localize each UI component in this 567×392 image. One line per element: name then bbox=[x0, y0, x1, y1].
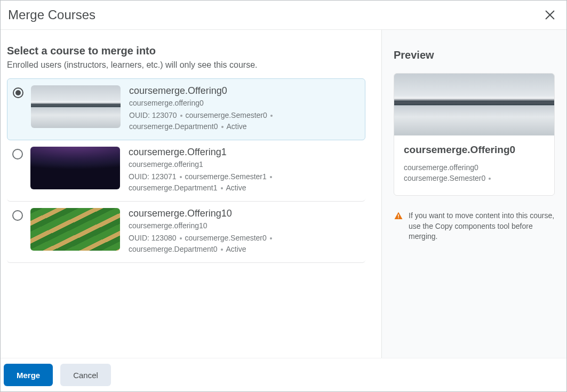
close-icon bbox=[544, 9, 556, 21]
dot-icon bbox=[221, 249, 223, 251]
course-thumbnail bbox=[30, 208, 120, 251]
course-code: coursemerge.offering1 bbox=[129, 160, 360, 169]
course-info: coursemerge.Offering0coursemerge.offerin… bbox=[129, 85, 360, 132]
course-info: coursemerge.Offering1coursemerge.offerin… bbox=[129, 147, 360, 194]
course-title: coursemerge.Offering0 bbox=[129, 85, 360, 97]
dialog-title: Merge Courses bbox=[8, 7, 95, 22]
preview-title: coursemerge.Offering0 bbox=[404, 144, 545, 156]
course-info: coursemerge.Offering10coursemerge.offeri… bbox=[129, 208, 360, 255]
warning-text: If you want to move content into this co… bbox=[409, 211, 555, 242]
dot-icon bbox=[180, 115, 182, 117]
course-title: coursemerge.Offering1 bbox=[129, 147, 360, 158]
merge-button[interactable]: Merge bbox=[4, 364, 53, 386]
svg-rect-2 bbox=[398, 214, 399, 217]
course-meta: OUID: 123080coursemerge.Semester0coursem… bbox=[129, 233, 360, 255]
course-row[interactable]: coursemerge.Offering1coursemerge.offerin… bbox=[7, 140, 365, 202]
dialog-body: Select a course to merge into Enrolled u… bbox=[1, 30, 566, 358]
close-button[interactable] bbox=[541, 6, 559, 24]
course-selection-panel: Select a course to merge into Enrolled u… bbox=[1, 30, 382, 358]
radio-button[interactable] bbox=[12, 149, 23, 159]
preview-code: coursemerge.offering0 bbox=[404, 163, 545, 172]
dot-icon bbox=[221, 126, 223, 128]
course-code: coursemerge.offering0 bbox=[129, 99, 360, 107]
warning-icon bbox=[394, 211, 403, 221]
preview-thumbnail bbox=[394, 74, 554, 135]
course-row[interactable]: coursemerge.Offering0coursemerge.offerin… bbox=[7, 78, 365, 140]
course-code: coursemerge.offering10 bbox=[129, 221, 360, 230]
preview-semester: coursemerge.Semester0 bbox=[404, 174, 545, 182]
preview-panel: Preview coursemerge.Offering0 coursemerg… bbox=[382, 30, 566, 358]
preview-semester-text: coursemerge.Semester0 bbox=[404, 174, 485, 182]
dot-icon bbox=[180, 237, 182, 239]
cancel-button[interactable]: Cancel bbox=[60, 364, 111, 386]
dialog-header: Merge Courses bbox=[1, 1, 566, 30]
warning-note: If you want to move content into this co… bbox=[394, 211, 555, 242]
course-list: coursemerge.Offering0coursemerge.offerin… bbox=[7, 78, 365, 263]
dot-icon bbox=[270, 176, 272, 178]
dot-icon bbox=[180, 176, 182, 178]
course-row[interactable]: coursemerge.Offering10coursemerge.offeri… bbox=[7, 202, 365, 263]
dot-icon bbox=[270, 237, 272, 239]
svg-rect-3 bbox=[398, 218, 399, 219]
preview-card-body: coursemerge.Offering0 coursemerge.offeri… bbox=[394, 135, 554, 195]
dot-icon bbox=[221, 187, 223, 189]
course-thumbnail bbox=[30, 147, 120, 189]
preview-card: coursemerge.Offering0 coursemerge.offeri… bbox=[394, 73, 555, 196]
dialog-footer: Merge Cancel bbox=[1, 358, 566, 391]
radio-button[interactable] bbox=[12, 210, 23, 221]
radio-button[interactable] bbox=[13, 87, 23, 98]
course-thumbnail bbox=[31, 85, 121, 128]
dot-icon bbox=[270, 115, 273, 117]
select-subtext: Enrolled users (instructors, learners, e… bbox=[7, 60, 365, 70]
dot-icon bbox=[489, 178, 491, 180]
preview-heading: Preview bbox=[394, 49, 555, 61]
course-meta: OUID: 123071coursemerge.Semester1coursem… bbox=[129, 171, 360, 194]
course-title: coursemerge.Offering10 bbox=[129, 208, 360, 219]
merge-courses-dialog: Merge Courses Select a course to merge i… bbox=[0, 0, 567, 392]
course-meta: OUID: 123070coursemerge.Semester0coursem… bbox=[129, 110, 360, 132]
select-heading: Select a course to merge into bbox=[7, 45, 365, 57]
